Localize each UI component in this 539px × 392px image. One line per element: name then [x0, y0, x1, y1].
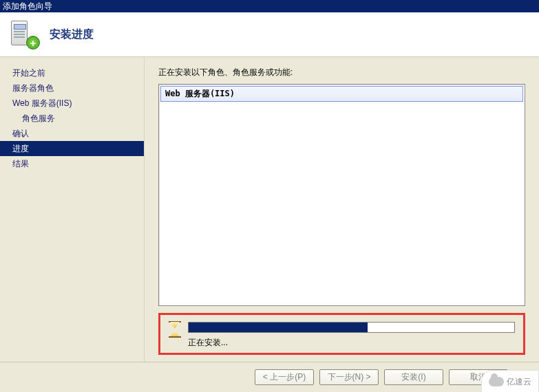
- progress-section: 正在安装...: [158, 313, 525, 355]
- window-title: 添加角色向导: [3, 1, 52, 12]
- wizard-body: 开始之前 服务器角色 Web 服务器(IIS) 角色服务 确认 进度 结果 正在…: [0, 57, 539, 362]
- nav-confirmation[interactable]: 确认: [0, 126, 144, 141]
- nav-web-server-iis[interactable]: Web 服务器(IIS): [0, 96, 144, 111]
- nav-results[interactable]: 结果: [0, 156, 144, 171]
- cloud-icon: [489, 377, 504, 386]
- watermark-text: 亿速云: [507, 376, 531, 388]
- install-button[interactable]: 安装(I): [384, 369, 443, 385]
- wizard-footer: < 上一步(P) 下一步(N) > 安装(I) 取消 亿速云: [0, 362, 539, 392]
- page-title: 安装进度: [50, 28, 94, 42]
- nav-server-roles[interactable]: 服务器角色: [0, 80, 144, 96]
- next-button[interactable]: 下一步(N) >: [319, 369, 379, 385]
- watermark-badge: 亿速云: [481, 370, 539, 392]
- install-progress-fill: [189, 323, 368, 332]
- title-bar: 添加角色向导: [0, 0, 539, 12]
- nav-role-services[interactable]: 角色服务: [0, 111, 144, 126]
- nav-before-begin[interactable]: 开始之前: [0, 65, 144, 80]
- install-progressbar: [188, 322, 515, 333]
- role-item-web-iis: Web 服务器(IIS): [160, 86, 523, 102]
- installing-heading: 正在安装以下角色、角色服务或功能:: [158, 67, 525, 78]
- wizard-window: 添加角色向导 + 安装进度 开始之前 服务器角色 Web 服务器(IIS) 角色…: [0, 0, 539, 392]
- wizard-sidebar: 开始之前 服务器角色 Web 服务器(IIS) 角色服务 确认 进度 结果: [0, 57, 145, 362]
- install-status-text: 正在安装...: [188, 337, 515, 349]
- wizard-content: 正在安装以下角色、角色服务或功能: Web 服务器(IIS) 正在安装...: [145, 57, 539, 362]
- nav-progress[interactable]: 进度: [0, 141, 144, 156]
- wizard-header: + 安装进度: [0, 12, 539, 57]
- previous-button[interactable]: < 上一步(P): [255, 369, 314, 385]
- hourglass-icon: [169, 322, 181, 337]
- server-add-icon: +: [10, 19, 40, 50]
- roles-list: Web 服务器(IIS): [158, 84, 525, 306]
